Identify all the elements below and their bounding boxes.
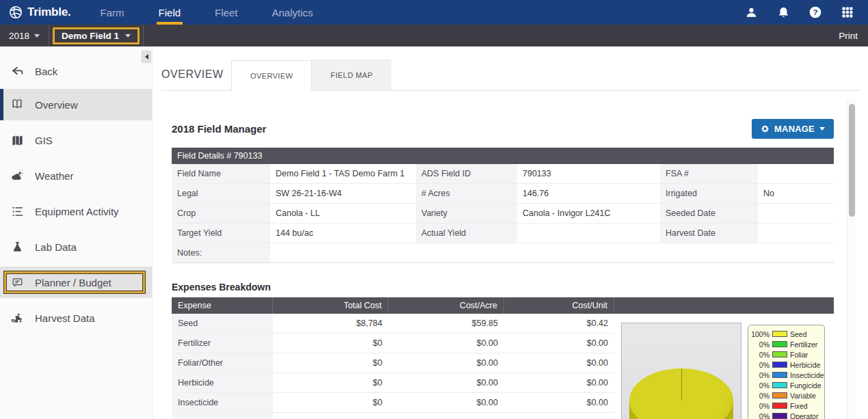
nav-item-analytics[interactable]: Analytics <box>254 0 330 25</box>
bell-icon[interactable] <box>776 5 790 19</box>
legend-swatch <box>772 362 787 368</box>
expense-value: $8,784 <box>273 314 389 334</box>
legend-swatch <box>772 341 787 347</box>
field-label: # Acres <box>416 184 517 204</box>
sidebar: Back Overview GIS Weather Equipment Acti <box>0 46 153 419</box>
activity-list-icon <box>10 204 24 218</box>
page-title: OVERVIEW <box>161 68 231 90</box>
field-selector[interactable]: Demo Field 1 <box>53 27 140 44</box>
legend-percent: 0% <box>750 361 770 369</box>
legend-swatch <box>772 351 787 357</box>
year-selector-value: 2018 <box>9 31 29 41</box>
nav-item-fleet[interactable]: Fleet <box>198 0 254 25</box>
app-body: Back Overview GIS Weather Equipment Acti <box>0 46 868 419</box>
field-selector-value: Demo Field 1 <box>62 31 119 41</box>
gear-icon <box>761 124 770 133</box>
legend-swatch <box>772 403 787 409</box>
field-label: Crop <box>172 204 270 224</box>
expense-value: $59.85 <box>389 314 504 334</box>
legend-label: Fungicide <box>790 381 821 390</box>
trimble-globe-icon <box>8 5 23 20</box>
legend-label: Foliar <box>790 351 808 359</box>
back-arrow-icon <box>10 64 24 78</box>
nav-item-farm[interactable]: Farm <box>83 0 142 25</box>
scrollbar-thumb[interactable] <box>849 104 855 217</box>
field-label: FSA # <box>660 164 758 184</box>
field-value: No <box>758 184 834 204</box>
legend-swatch <box>772 382 787 388</box>
field-label: Irrigated <box>660 184 758 204</box>
legend-swatch <box>772 413 787 419</box>
year-selector[interactable]: 2018 <box>0 31 49 41</box>
field-value: Canola - LL <box>270 204 416 224</box>
expense-value: $0.00 <box>504 334 614 353</box>
expenses-header-row: Expense Total Cost Cost/Acre Cost/Unit <box>172 297 834 314</box>
apps-grid-icon[interactable] <box>841 5 854 19</box>
nav-item-field[interactable]: Field <box>142 0 198 25</box>
trimble-logo[interactable]: Trimble. <box>0 0 83 25</box>
legend-percent: 0% <box>750 371 770 379</box>
sidebar-item-label: Back <box>35 66 57 77</box>
field-label: Target Yield <box>172 224 270 243</box>
field-label: Actual Yield <box>416 224 517 243</box>
flask-icon <box>10 240 24 254</box>
legend-label: Seed <box>790 330 807 338</box>
legend-item: 0%Foliar <box>750 349 821 360</box>
divider <box>143 25 144 46</box>
svg-text:?: ? <box>813 8 817 16</box>
primary-nav: Farm Field Fleet Analytics <box>83 0 330 25</box>
sidebar-item-planner-budget[interactable]: Planner / Budget <box>0 267 152 298</box>
field-value <box>517 224 660 243</box>
expenses-pie-chart <box>621 323 741 419</box>
field-label: Notes: <box>172 243 270 263</box>
expense-value: $0.00 <box>504 353 614 373</box>
field-label: Harvest Date <box>660 224 758 243</box>
field-value: 790133 <box>517 164 660 184</box>
sidebar-item-overview[interactable]: Overview <box>0 89 152 120</box>
field-value: SW 26-21-16-W4 <box>270 184 416 204</box>
sidebar-item-label: Weather <box>35 170 73 182</box>
sidebar-item-weather[interactable]: Weather <box>0 160 152 191</box>
sidebar-item-lab-data[interactable]: Lab Data <box>0 231 152 262</box>
expense-value: $0.00 <box>504 373 614 393</box>
legend-percent: 0% <box>750 381 770 390</box>
field-label: Variety <box>416 204 517 224</box>
legend-percent: 100% <box>750 330 770 338</box>
legend-item: 0%Fungicide <box>750 380 821 390</box>
field-label: ADS Field ID <box>416 164 517 184</box>
help-icon[interactable]: ? <box>808 5 822 19</box>
pie-3d <box>629 368 733 419</box>
chevron-down-icon <box>819 127 825 131</box>
planner-budget-icon <box>10 275 24 289</box>
sidebar-item-equipment-activity[interactable]: Equipment Activity <box>0 195 152 227</box>
expense-label: Fertilizer <box>172 334 273 353</box>
user-icon[interactable] <box>744 5 758 19</box>
expense-value: $0.00 <box>504 393 614 413</box>
tab-overview[interactable]: OVERVIEW <box>231 60 312 91</box>
open-book-icon <box>10 98 24 111</box>
page-header: OVERVIEW OVERVIEW FIELD MAP <box>161 60 860 91</box>
field-value <box>758 204 834 224</box>
sidebar-item-label: Lab Data <box>35 241 77 253</box>
expense-label: Foliar/Other <box>172 353 273 373</box>
sidebar-item-gis[interactable]: GIS <box>0 124 152 156</box>
manage-button[interactable]: MANAGE <box>752 119 834 139</box>
manage-button-label: MANAGE <box>774 124 815 134</box>
expense-value: $0.00 <box>389 334 504 353</box>
print-button[interactable]: Print <box>839 31 868 41</box>
expense-label: Fungicide <box>172 413 273 419</box>
expense-value: $0.00 <box>389 373 504 393</box>
sidebar-item-harvest-data[interactable]: Harvest Data <box>0 302 152 334</box>
table-row: Target Yield144 bu/acActual YieldHarvest… <box>172 224 834 243</box>
expense-value: $0.00 <box>389 393 504 413</box>
pie-top <box>629 368 733 419</box>
field-value <box>758 164 834 184</box>
sidebar-item-label: Harvest Data <box>35 312 95 324</box>
legend-swatch <box>772 392 787 398</box>
sidebar-item-back[interactable]: Back <box>0 57 152 85</box>
tab-field-map[interactable]: FIELD MAP <box>312 59 391 90</box>
field-value: Demo Field 1 - TAS Demo Farm 1 <box>270 164 416 184</box>
vertical-scrollbar[interactable] <box>847 99 856 419</box>
legend-label: Fertilizer <box>790 340 817 349</box>
legend-item: 0%Operator <box>750 411 821 419</box>
